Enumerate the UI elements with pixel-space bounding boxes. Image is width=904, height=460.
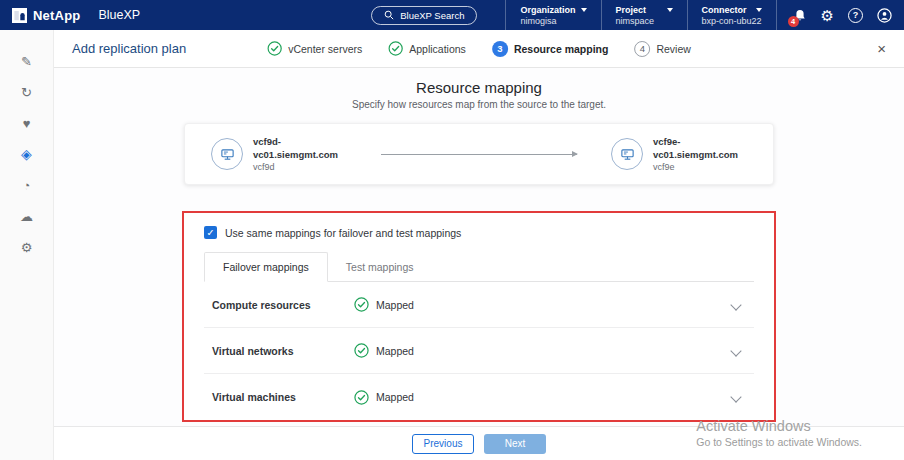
settings-icon[interactable]: ⚙ [18, 238, 36, 256]
source-sub: vcf9d [253, 162, 347, 172]
organization-value: nimogisa [520, 16, 586, 26]
row-label: Virtual networks [212, 345, 354, 357]
cloud-icon[interactable]: ☁ [18, 207, 36, 225]
notification-badge: 4 [788, 16, 799, 27]
organization-selector[interactable]: Organization nimogisa [505, 0, 600, 30]
mappings-tabs: Failover mappings Test mappings [204, 252, 754, 282]
row-compute-resources[interactable]: Compute resources Mapped [204, 282, 754, 328]
source-endpoint: vcf9d-vc01.siemgmt.com vcf9d [211, 136, 347, 172]
settings-gear-icon[interactable]: ⚙ [821, 8, 834, 23]
row-status: Mapped [354, 390, 414, 405]
target-endpoint: vcf9e-vc01.siemgmt.com vcf9e [611, 136, 747, 172]
brand: NetApp BlueXP [12, 8, 140, 23]
wizard-stepper: vCenter servers Applications 3 Resource … [267, 41, 691, 57]
step-applications[interactable]: Applications [388, 41, 466, 56]
next-button[interactable]: Next [484, 434, 546, 454]
chevron-down-icon [756, 8, 762, 12]
row-status: Mapped [354, 343, 414, 358]
connector-label: Connector [702, 5, 747, 15]
health-icon[interactable]: ♥ [18, 114, 36, 132]
target-sub: vcf9e [653, 162, 747, 172]
mappings-panel: ✓ Use same mappings for failover and tes… [182, 211, 776, 422]
chevron-down-icon[interactable] [730, 391, 741, 402]
project-label: Project [616, 5, 647, 15]
row-virtual-networks[interactable]: Virtual networks Mapped [204, 328, 754, 374]
step-complete-icon [388, 41, 403, 56]
top-bar: NetApp BlueXP BlueXP Search Organization… [0, 0, 904, 30]
mapped-check-icon [354, 343, 369, 358]
project-value: nimspace [616, 16, 673, 26]
brand-product: BlueXP [98, 8, 140, 22]
page-subtitle: Specify how resources map from the sourc… [54, 99, 904, 110]
row-status: Mapped [354, 297, 414, 312]
tab-failover-mappings[interactable]: Failover mappings [204, 252, 328, 282]
tab-test-mappings[interactable]: Test mappings [328, 253, 432, 281]
row-label: Compute resources [212, 299, 354, 311]
user-avatar-icon[interactable] [877, 8, 892, 23]
step-label: Applications [409, 43, 466, 55]
chevron-down-icon[interactable] [730, 345, 741, 356]
source-name: vcf9d-vc01.siemgmt.com [253, 136, 347, 161]
step-complete-icon [267, 41, 282, 56]
chevron-down-icon [667, 8, 673, 12]
status-text: Mapped [376, 391, 414, 403]
mapped-check-icon [354, 390, 369, 405]
wizard-title: Add replication plan [72, 41, 186, 56]
connector-value: bxp-con-ubu22 [702, 16, 762, 26]
project-selector[interactable]: Project nimspace [601, 0, 687, 30]
close-icon[interactable]: × [877, 41, 886, 56]
step-number-icon: 3 [492, 41, 508, 57]
edit-icon[interactable]: ✎ [18, 52, 36, 70]
step-number-icon: 4 [634, 41, 650, 57]
left-nav-sidebar: ✎ ↻ ♥ ◈ ◔ ☁ ⚙ [0, 30, 54, 460]
same-mappings-checkbox[interactable]: ✓ [204, 226, 217, 239]
mapped-check-icon [354, 297, 369, 312]
chevron-down-icon [581, 8, 587, 12]
context-selectors: Organization nimogisa Project nimspace C… [505, 0, 776, 30]
brand-company: NetApp [33, 8, 80, 23]
right-arrow-icon [381, 154, 577, 155]
connector-selector[interactable]: Connector bxp-con-ubu22 [687, 0, 777, 30]
same-mappings-row: ✓ Use same mappings for failover and tes… [204, 226, 754, 239]
wizard-content: Resource mapping Specify how resources m… [54, 68, 904, 426]
step-label: Review [656, 43, 690, 55]
row-virtual-machines[interactable]: Virtual machines Mapped [204, 374, 754, 420]
status-text: Mapped [376, 299, 414, 311]
notifications-button[interactable]: 4 [793, 8, 807, 23]
previous-button[interactable]: Previous [412, 434, 474, 454]
top-icons: 4 ⚙ ? [793, 8, 892, 23]
wizard-header: Add replication plan vCenter servers App… [54, 30, 904, 68]
same-mappings-label: Use same mappings for failover and test … [225, 227, 461, 239]
step-label: vCenter servers [288, 43, 362, 55]
search-icon [384, 10, 394, 20]
search-label: BlueXP Search [400, 10, 464, 21]
mapping-arrow [347, 154, 611, 155]
step-review[interactable]: 4 Review [634, 41, 690, 57]
step-label: Resource mapping [514, 43, 609, 55]
vcenter-server-icon [611, 138, 643, 170]
help-icon[interactable]: ? [848, 8, 863, 23]
timeline-icon[interactable]: ◔ [18, 176, 36, 194]
wizard-footer: Previous Next [54, 426, 904, 460]
status-text: Mapped [376, 345, 414, 357]
step-resource-mapping[interactable]: 3 Resource mapping [492, 41, 609, 57]
sync-icon[interactable]: ↻ [18, 83, 36, 101]
target-name: vcf9e-vc01.siemgmt.com [653, 136, 747, 161]
netapp-logo-icon [12, 8, 27, 23]
protection-icon[interactable]: ◈ [18, 145, 36, 163]
organization-label: Organization [520, 5, 575, 15]
page-title: Resource mapping [54, 79, 904, 96]
step-vcenter-servers[interactable]: vCenter servers [267, 41, 362, 56]
main-area: Add replication plan vCenter servers App… [54, 30, 904, 460]
row-label: Virtual machines [212, 391, 354, 403]
chevron-down-icon[interactable] [730, 299, 741, 310]
bluexp-search[interactable]: BlueXP Search [371, 6, 477, 25]
source-target-card: vcf9d-vc01.siemgmt.com vcf9d vcf9e-vc01.… [184, 123, 774, 185]
vcenter-server-icon [211, 138, 243, 170]
